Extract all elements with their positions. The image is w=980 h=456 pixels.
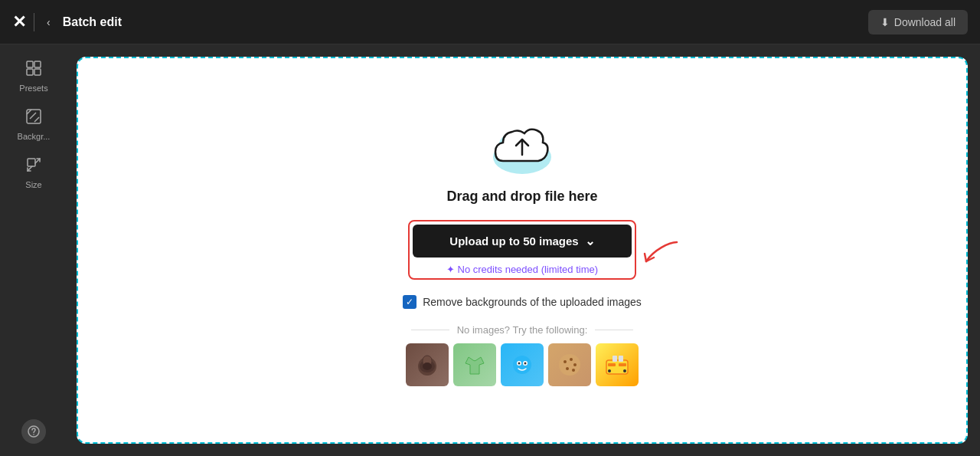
remove-bg-row: ✓ Remove backgrounds of the uploaded ima… xyxy=(403,295,642,309)
back-button[interactable]: ‹ xyxy=(42,13,55,31)
upload-chevron-icon: ⌄ xyxy=(585,234,595,248)
header-left: ✕ ‹ Batch edit xyxy=(12,12,122,32)
divider-right xyxy=(595,330,633,330)
svg-rect-0 xyxy=(27,61,33,67)
svg-point-7 xyxy=(33,434,34,435)
try-following-row: No images? Try the following: xyxy=(411,324,634,336)
upload-illustration xyxy=(488,115,557,176)
sidebar-bottom xyxy=(21,419,46,444)
svg-point-20 xyxy=(559,354,580,376)
tip-button[interactable] xyxy=(21,419,46,444)
svg-rect-5 xyxy=(28,159,35,166)
page-title: Batch edit xyxy=(63,15,122,29)
back-icon: ‹ xyxy=(47,16,51,28)
sample-image-shirt[interactable] xyxy=(453,343,496,386)
divider-left xyxy=(411,330,449,330)
svg-point-31 xyxy=(608,369,611,372)
svg-point-19 xyxy=(524,362,527,364)
svg-point-23 xyxy=(573,363,577,366)
svg-point-14 xyxy=(423,363,432,370)
logo-icon: ✕ xyxy=(12,12,26,32)
content-area: Drag and drop file here Upload up to 50 … xyxy=(67,44,980,456)
remove-bg-label: Remove backgrounds of the uploaded image… xyxy=(423,296,642,308)
upload-button-label: Upload up to 50 images xyxy=(449,235,578,248)
svg-rect-27 xyxy=(612,356,617,362)
sample-image-toaster[interactable] xyxy=(596,343,639,386)
svg-point-24 xyxy=(566,367,569,370)
sidebar-item-background[interactable]: Backgr... xyxy=(6,102,61,147)
svg-rect-2 xyxy=(27,69,33,75)
header-divider xyxy=(34,13,34,31)
download-all-button[interactable]: ⬇ Download all xyxy=(868,10,968,34)
sidebar-item-size-label: Size xyxy=(25,180,41,189)
sidebar-item-background-label: Backgr... xyxy=(18,132,51,141)
svg-rect-29 xyxy=(608,363,616,366)
svg-rect-30 xyxy=(619,363,626,366)
svg-rect-28 xyxy=(619,356,623,362)
sample-image-cookie[interactable] xyxy=(548,343,591,386)
red-arrow xyxy=(639,235,681,280)
sidebar-item-presets-label: Presets xyxy=(19,84,47,93)
sample-image-coffee[interactable] xyxy=(406,343,449,386)
remove-bg-checkbox[interactable]: ✓ xyxy=(403,295,416,309)
upload-button-wrapper: Upload up to 50 images ⌄ ✦ No credits ne… xyxy=(408,220,635,280)
svg-point-15 xyxy=(513,356,531,374)
upload-button[interactable]: Upload up to 50 images ⌄ xyxy=(413,225,631,258)
drop-zone[interactable]: Drag and drop file here Upload up to 50 … xyxy=(77,57,968,444)
main-layout: Presets Backgr... xyxy=(0,44,980,456)
svg-point-22 xyxy=(570,358,573,361)
app-header: ✕ ‹ Batch edit ⬇ Download all xyxy=(0,0,980,44)
background-icon xyxy=(25,108,42,129)
credits-text: ✦ No credits needed (limited time) xyxy=(413,264,631,275)
drag-drop-text: Drag and drop file here xyxy=(446,189,597,205)
size-icon xyxy=(25,156,42,177)
sample-images xyxy=(406,343,639,386)
try-following-label: No images? Try the following: xyxy=(457,324,588,336)
sidebar-item-presets[interactable]: Presets xyxy=(6,54,61,99)
svg-rect-1 xyxy=(34,61,41,67)
download-icon: ⬇ xyxy=(880,16,890,28)
download-all-label: Download all xyxy=(894,16,956,28)
sample-image-animal[interactable] xyxy=(501,343,544,386)
svg-point-21 xyxy=(564,360,567,363)
svg-point-32 xyxy=(623,369,626,372)
presets-icon xyxy=(25,60,42,80)
svg-point-25 xyxy=(572,369,575,372)
svg-point-18 xyxy=(518,362,521,364)
sidebar-item-size[interactable]: Size xyxy=(6,150,61,195)
svg-rect-3 xyxy=(34,69,41,75)
sidebar: Presets Backgr... xyxy=(0,44,67,456)
